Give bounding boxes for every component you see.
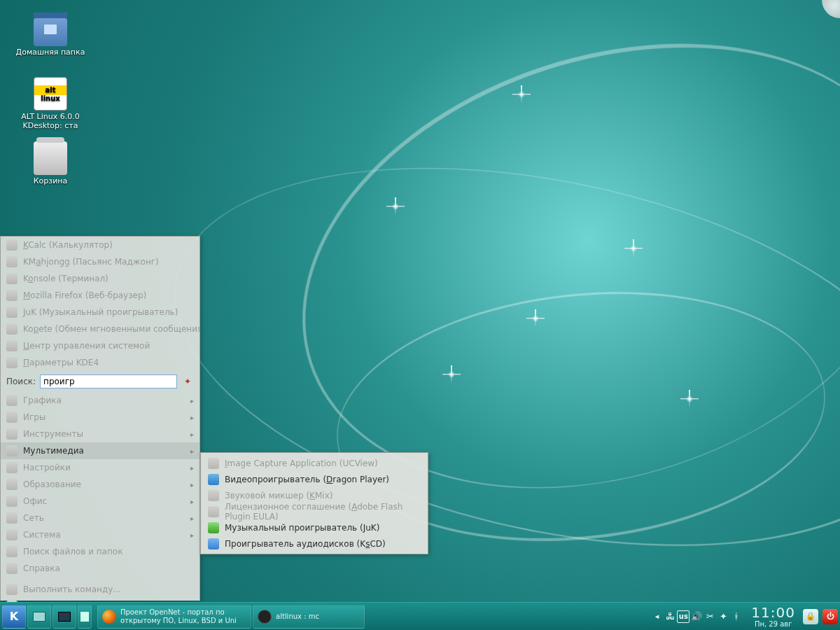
kmenu-category-settings[interactable]: Настройки▸ [1, 459, 200, 476]
pager-icon [80, 612, 89, 622]
clock-date: Пн, 29 авг [751, 620, 795, 628]
kmenu-favorite-kmahjongg[interactable]: KMahjongg (Пасьянс Маджонг) [1, 253, 200, 270]
menu-item-label: Справка [23, 564, 60, 573]
kmenu-favorite-kde-settings[interactable]: Параметры KDE4 [1, 354, 200, 371]
menu-item-label: Параметры KDE4 [23, 358, 99, 368]
search-input[interactable] [40, 374, 177, 388]
activity-button[interactable] [52, 605, 76, 629]
chevron-right-icon: ▸ [190, 397, 194, 405]
kmenu-category-help[interactable]: Справка [1, 560, 200, 577]
kmenu-launcher-button[interactable]: K [2, 605, 26, 629]
submenu-item-ucview[interactable]: Image Capture Application (UCView) [201, 455, 428, 471]
volume-tray-icon[interactable]: 🔊 [690, 610, 703, 623]
power-icon: ⏻ [827, 612, 834, 621]
menu-item-label: Konsole (Терминал) [23, 274, 108, 284]
menu-item-label: Kopete (Обмен мгновенными сообщениями) [23, 324, 200, 334]
clear-search-icon[interactable]: ✦ [181, 375, 194, 388]
submenu-item-flash-eula[interactable]: Лицензионное соглашение (Adobe Flash Plu… [201, 503, 428, 519]
bluetooth-tray-icon[interactable]: ᚼ [730, 610, 743, 623]
search-label: Поиск: [6, 377, 36, 386]
submenu-item-juk[interactable]: Музыкальный проигрыватель (JuK) [201, 519, 428, 536]
kmenu-category-findfiles[interactable]: Поиск файлов и папок [1, 543, 200, 560]
help-icon [6, 563, 18, 574]
mahjongg-icon [6, 256, 18, 267]
kmenu-category-graphics[interactable]: Графика▸ [1, 392, 200, 409]
multimedia-submenu: Image Capture Application (UCView) Видео… [200, 452, 428, 554]
menu-item-label: Графика [23, 396, 62, 405]
menu-item-label: KCalc (Калькулятор) [23, 240, 113, 250]
kmenu-favorite-juk[interactable]: JuK (Музыкальный проигрыватель) [1, 304, 200, 321]
chevron-right-icon: ▸ [190, 447, 194, 455]
menu-item-label: Мультимедиа [23, 446, 84, 456]
application-menu: KCalc (Калькулятор) KMahjongg (Пасьянс М… [0, 236, 200, 601]
menu-item-label: Музыкальный проигрыватель (JuK) [225, 523, 379, 533]
mixer-icon [208, 490, 219, 501]
wallet-tray-icon[interactable]: ✦ [717, 610, 729, 623]
submenu-item-dragonplayer[interactable]: Видеопроигрыватель (Dragon Player) [201, 471, 428, 487]
kmenu-run-command[interactable]: Выполнить команду... [1, 581, 200, 598]
firefox-icon [6, 290, 18, 301]
kmenu-category-multimedia[interactable]: Мультимедиа▸ [1, 442, 200, 459]
submenu-item-kscd[interactable]: Проигрыватель аудиодисков (KsCD) [201, 536, 428, 552]
task-firefox[interactable]: Проект OpenNet - портал по открытому ПО,… [97, 605, 251, 629]
kmenu-category-network[interactable]: Сеть▸ [1, 510, 200, 526]
desktop-icon-label: Корзина [15, 176, 85, 186]
tray-expand-arrow[interactable]: ◂ [653, 612, 662, 621]
desktop-icon-trash[interactable]: Корзина [15, 141, 85, 186]
menu-item-label: Поиск файлов и папок [23, 547, 122, 556]
run-icon [6, 584, 18, 595]
kmenu-category-office[interactable]: Офис▸ [1, 493, 200, 510]
menu-item-label: Образование [23, 479, 81, 489]
menu-item-label: Image Capture Application (UCView) [225, 458, 378, 468]
education-icon [6, 479, 18, 490]
multimedia-icon [6, 445, 18, 456]
menu-item-label: Игры [23, 412, 46, 422]
menu-item-label: Выполнить команду... [23, 584, 121, 594]
music-icon [208, 522, 219, 533]
menu-item-label: JuK (Музыкальный проигрыватель) [23, 307, 178, 317]
menu-item-label: Офис [23, 496, 47, 506]
games-icon [6, 412, 18, 423]
task-title: altlinux : mc [276, 612, 319, 621]
menu-item-label: Инструменты [23, 429, 83, 439]
kmenu-category-games[interactable]: Игры▸ [1, 409, 200, 426]
kmenu-favorite-konsole[interactable]: Konsole (Терминал) [1, 270, 200, 287]
menu-item-label: Проигрыватель аудиодисков (KsCD) [225, 539, 386, 549]
kmenu-category-tools[interactable]: Инструменты▸ [1, 426, 200, 442]
desktop-icon-distro[interactable]: altlinux ALT Linux 6.0.0 KDesktop: ста [15, 77, 85, 130]
kmenu-favorite-firefox[interactable]: Mozilla Firefox (Веб-браузер) [1, 287, 200, 304]
kmenu-favorite-control-center[interactable]: Центр управления системой [1, 337, 200, 354]
keyboard-layout-indicator[interactable]: us [677, 610, 690, 623]
menu-item-label: Видеопроигрыватель (Dragon Player) [225, 475, 389, 484]
kmenu-favorite-kopete[interactable]: Kopete (Обмен мгновенными сообщениями) [1, 321, 200, 337]
system-icon [6, 529, 18, 540]
kmenu-category-education[interactable]: Образование▸ [1, 476, 200, 493]
settings-icon [6, 462, 18, 473]
task-title: Проект OpenNet - портал по открытому ПО,… [120, 608, 237, 624]
camera-icon [208, 458, 219, 469]
menu-item-label: Центр управления системой [23, 341, 150, 351]
clipboard-tray-icon[interactable]: ✂ [704, 610, 716, 623]
plasma-cashew-button[interactable] [822, 0, 840, 18]
menu-item-label: Сеть [23, 513, 44, 523]
menu-item-label: Настройки [23, 463, 71, 472]
shutdown-button[interactable]: ⏻ [822, 609, 838, 624]
chevron-right-icon: ▸ [190, 514, 194, 522]
task-terminal[interactable]: altlinux : mc [253, 605, 365, 629]
pager-button[interactable] [78, 605, 92, 629]
settings-icon [6, 340, 18, 351]
wallpaper-sparkle [686, 396, 693, 402]
lock-screen-button[interactable]: 🔒 [803, 609, 818, 624]
network-tray-icon[interactable]: 🖧 [664, 610, 676, 623]
show-desktop-button[interactable] [27, 605, 51, 629]
wallpaper-sparkle [630, 245, 637, 252]
kmenu-category-system[interactable]: Система▸ [1, 526, 200, 543]
desktop-icon-home[interactable]: Домашняя папка [15, 13, 85, 57]
wallpaper-sparkle [392, 203, 399, 210]
kmenu-favorite-kcalc[interactable]: KCalc (Калькулятор) [1, 237, 200, 253]
panel-clock[interactable]: 11:00 Пн, 29 авг [746, 605, 801, 628]
cd-icon [208, 538, 219, 550]
desktop[interactable]: Домашняя папка altlinux ALT Linux 6.0.0 … [0, 0, 840, 602]
video-icon [208, 474, 219, 485]
wallpaper-sparkle [518, 91, 525, 98]
